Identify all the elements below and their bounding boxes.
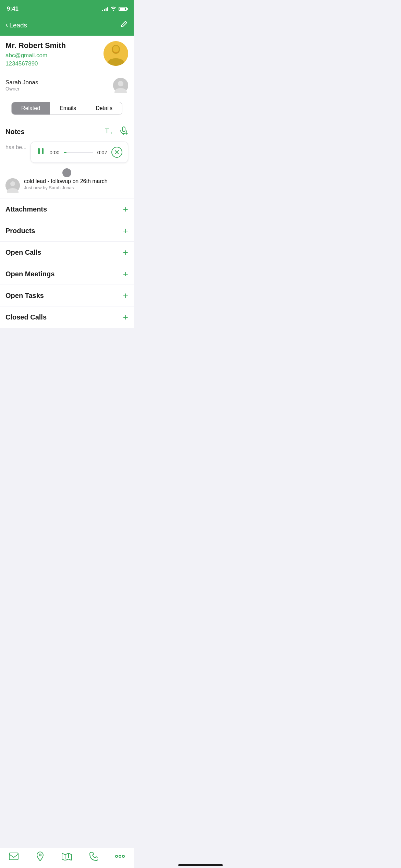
nav-bar: ‹ Leads (0, 16, 134, 36)
contact-email[interactable]: abc@gmail.com (5, 52, 66, 59)
products-section: Products + (0, 220, 134, 241)
products-title: Products (5, 227, 35, 235)
svg-rect-8 (122, 127, 125, 132)
contact-phone[interactable]: 1234567890 (5, 60, 66, 67)
audio-time-start: 0:00 (49, 149, 59, 155)
open-tasks-title: Open Tasks (5, 292, 44, 300)
notes-section: Notes T + + ha (0, 120, 134, 198)
scrubber-area (0, 170, 134, 174)
back-label: Leads (9, 22, 27, 29)
note-text: cold lead - followup on 26th march (24, 178, 108, 184)
tab-emails[interactable]: Emails (50, 102, 86, 114)
closed-calls-add-button[interactable]: + (123, 313, 128, 322)
mic-add-icon[interactable]: + (119, 126, 128, 137)
status-time: 9:41 (7, 5, 19, 12)
tab-segment: Related Emails Details (11, 102, 122, 115)
open-meetings-add-button[interactable]: + (123, 269, 128, 278)
audio-close-button[interactable] (111, 147, 122, 158)
audio-widget[interactable]: 0:00 0:07 (31, 142, 128, 163)
open-meetings-section: Open Meetings + (0, 263, 134, 285)
edit-button[interactable] (119, 20, 128, 31)
svg-text:+: + (125, 131, 128, 135)
notes-content: has be... 0:00 0:07 (0, 137, 134, 167)
note-body: cold lead - followup on 26th march Just … (24, 178, 108, 190)
note-meta: Just now by Sarah Jonas (24, 185, 108, 190)
tabs-container: Related Emails Details (0, 98, 134, 120)
owner-avatar (113, 78, 128, 93)
back-chevron-icon: ‹ (5, 21, 8, 29)
contact-info: Mr. Robert Smith abc@gmail.com 123456789… (5, 41, 66, 67)
tab-details[interactable]: Details (86, 102, 122, 114)
wifi-icon (110, 6, 117, 12)
attachments-add-button[interactable]: + (123, 205, 128, 214)
svg-point-5 (118, 81, 123, 86)
owner-label: Owner (5, 86, 38, 92)
notes-title: Notes (5, 128, 25, 136)
closed-calls-title: Closed Calls (5, 313, 47, 321)
open-tasks-section: Open Tasks + (0, 285, 134, 306)
text-add-icon[interactable]: T + (104, 126, 114, 137)
attachments-section: Attachments + (0, 198, 134, 220)
battery-icon (119, 7, 127, 11)
contact-header: Mr. Robert Smith abc@gmail.com 123456789… (0, 36, 134, 73)
tab-related[interactable]: Related (12, 102, 50, 114)
owner-name: Sarah Jonas (5, 79, 38, 86)
svg-text:+: + (110, 130, 113, 135)
owner-row: Sarah Jonas Owner (0, 73, 134, 98)
notes-actions: T + + (104, 126, 128, 137)
content-area: Notes T + + ha (0, 120, 134, 328)
scrubber-dot[interactable] (62, 168, 71, 177)
open-calls-add-button[interactable]: + (123, 248, 128, 257)
status-bar: 9:41 (0, 0, 134, 16)
open-meetings-title: Open Meetings (5, 270, 54, 278)
audio-time-end: 0:07 (97, 149, 107, 155)
svg-rect-12 (42, 148, 44, 154)
status-icons (102, 6, 127, 12)
signal-bars-icon (102, 7, 108, 11)
open-calls-section: Open Calls + (0, 242, 134, 263)
notes-header: Notes T + + (0, 120, 134, 137)
audio-progress-fill (64, 152, 67, 153)
attachments-title: Attachments (5, 205, 47, 213)
svg-point-3 (113, 46, 119, 52)
closed-calls-section: Closed Calls + (0, 306, 134, 328)
contact-name: Mr. Robert Smith (5, 41, 66, 50)
owner-info: Sarah Jonas Owner (5, 79, 38, 92)
audio-progress-bar[interactable] (64, 152, 93, 153)
notes-preview-text: has be... (5, 142, 26, 150)
note-entry: cold lead - followup on 26th march Just … (0, 174, 134, 198)
contact-avatar (104, 41, 128, 66)
open-calls-title: Open Calls (5, 249, 41, 256)
note-author-avatar (5, 178, 20, 193)
pause-button[interactable] (36, 147, 45, 158)
svg-point-16 (10, 181, 15, 186)
open-tasks-add-button[interactable]: + (123, 291, 128, 300)
svg-rect-11 (38, 148, 40, 154)
back-button[interactable]: ‹ Leads (5, 21, 27, 29)
products-add-button[interactable]: + (123, 226, 128, 235)
svg-text:T: T (105, 127, 109, 135)
